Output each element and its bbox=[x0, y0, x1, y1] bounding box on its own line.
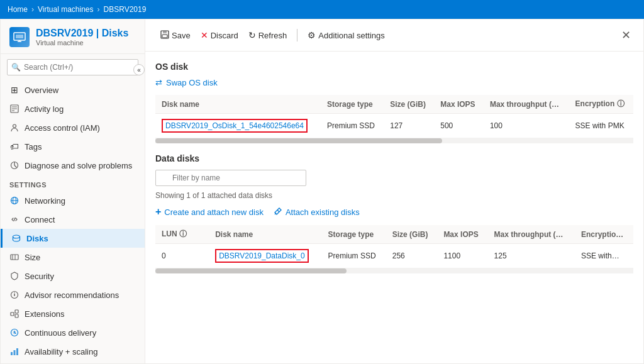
sidebar-item-connect[interactable]: Connect bbox=[1, 210, 145, 229]
sidebar-item-networking[interactable]: Networking bbox=[1, 191, 145, 210]
data-col-max-iops: Max IOPS bbox=[437, 225, 487, 244]
discard-button[interactable]: ✕ Discard bbox=[196, 28, 243, 43]
refresh-label: Refresh bbox=[258, 31, 287, 40]
sidebar-item-extensions[interactable]: Extensions bbox=[1, 304, 145, 323]
svg-rect-31 bbox=[162, 35, 167, 38]
sidebar-item-networking-label: Networking bbox=[25, 196, 65, 206]
svg-rect-21 bbox=[15, 310, 18, 313]
discard-label: Discard bbox=[211, 31, 238, 40]
connect-icon bbox=[9, 214, 19, 224]
data-disk-name-link[interactable]: DBSRV2019_DataDisk_0 bbox=[215, 249, 309, 263]
data-size-cell: 256 bbox=[386, 244, 438, 268]
sidebar-item-configuration[interactable]: Configuration bbox=[1, 361, 145, 363]
svg-rect-1 bbox=[16, 35, 23, 38]
os-col-storage-type: Storage type bbox=[321, 95, 384, 114]
save-button[interactable]: Save bbox=[155, 28, 196, 43]
data-disk-scrollbar-thumb bbox=[155, 268, 347, 273]
svg-point-13 bbox=[13, 235, 20, 238]
sidebar-item-connect-label: Connect bbox=[25, 215, 55, 224]
availability-icon bbox=[9, 346, 19, 356]
svg-rect-22 bbox=[15, 314, 18, 317]
sidebar-item-security[interactable]: Security bbox=[1, 267, 145, 285]
data-disk-table: LUN ⓘ Disk name Storage type Size (GiB) … bbox=[155, 225, 633, 268]
os-disk-name-link[interactable]: DBSRV2019_OsDisk_1_54e4602546e64 bbox=[162, 119, 308, 133]
attach-icon bbox=[274, 207, 282, 218]
create-attach-label: Create and attach new disk bbox=[164, 207, 264, 217]
os-col-encryption: Encryption ⓘ bbox=[569, 95, 633, 114]
os-col-size: Size (GiB) bbox=[384, 95, 434, 114]
os-disk-table-wrapper: Disk name Storage type Size (GiB) Max IO… bbox=[155, 95, 633, 143]
toolbar-separator bbox=[297, 29, 297, 41]
data-col-lun: LUN ⓘ bbox=[155, 225, 209, 244]
refresh-button[interactable]: ↻ Refresh bbox=[243, 28, 292, 43]
settings-section-label: Settings bbox=[1, 175, 145, 191]
swap-os-disk-button[interactable]: ⇄ Swap OS disk bbox=[155, 78, 218, 87]
vm-subtitle: Virtual machine bbox=[36, 39, 128, 47]
breadcrumb-vms[interactable]: Virtual machines bbox=[38, 5, 94, 14]
action-bar: + Create and attach new disk Attach exis… bbox=[155, 206, 633, 218]
main-container: DBSRV2019 | Disks Virtual machine 🔍 « ⊞ … bbox=[0, 19, 644, 364]
main-content: Save ✕ Discard ↻ Refresh ⚙ Additional se… bbox=[145, 19, 643, 363]
sidebar-item-overview-label: Overview bbox=[25, 85, 58, 95]
close-button[interactable]: ✕ bbox=[619, 26, 633, 45]
os-disk-name-cell: DBSRV2019_OsDisk_1_54e4602546e64 bbox=[155, 114, 321, 138]
os-col-max-iops: Max IOPS bbox=[434, 95, 484, 114]
sidebar-item-availability[interactable]: Availability + scaling bbox=[1, 342, 145, 361]
access-control-icon bbox=[9, 123, 19, 133]
sidebar-item-continuous-delivery-label: Continuous delivery bbox=[25, 328, 96, 338]
os-col-max-throughput: Max throughput (… bbox=[484, 95, 569, 114]
sidebar-item-continuous-delivery[interactable]: Continuous delivery bbox=[1, 323, 145, 342]
data-col-disk-name: Disk name bbox=[209, 225, 321, 244]
swap-icon: ⇄ bbox=[155, 78, 162, 87]
os-size-cell: 127 bbox=[384, 114, 434, 138]
sidebar-item-activity-log[interactable]: Activity log bbox=[1, 99, 145, 118]
refresh-icon: ↻ bbox=[248, 30, 256, 40]
sidebar-item-size[interactable]: Size bbox=[1, 248, 145, 267]
content-toolbar: Save ✕ Discard ↻ Refresh ⚙ Additional se… bbox=[145, 19, 643, 52]
data-col-size: Size (GiB) bbox=[386, 225, 438, 244]
create-attach-disk-button[interactable]: + Create and attach new disk bbox=[155, 206, 264, 218]
sidebar-search-wrapper: 🔍 « bbox=[7, 59, 138, 75]
os-max-iops-cell: 500 bbox=[434, 114, 484, 138]
additional-settings-icon: ⚙ bbox=[308, 30, 316, 40]
svg-line-32 bbox=[275, 213, 276, 214]
additional-settings-label: Additional settings bbox=[318, 31, 385, 40]
os-disk-scrollbar-thumb bbox=[155, 138, 442, 143]
data-max-throughput-cell: 125 bbox=[488, 244, 575, 268]
filter-by-name-input[interactable] bbox=[155, 170, 306, 186]
os-disk-scrollbar[interactable] bbox=[155, 138, 633, 143]
sidebar-search-input[interactable] bbox=[7, 59, 138, 75]
svg-point-19 bbox=[14, 292, 14, 293]
vm-info: DBSRV2019 | Disks Virtual machine bbox=[36, 28, 128, 47]
disks-icon bbox=[11, 233, 21, 243]
breadcrumb-home[interactable]: Home bbox=[8, 5, 28, 14]
networking-icon bbox=[9, 196, 19, 206]
sidebar-item-diagnose[interactable]: Diagnose and solve problems bbox=[1, 156, 145, 175]
svg-rect-26 bbox=[16, 348, 18, 355]
os-max-throughput-cell: 100 bbox=[484, 114, 569, 138]
sidebar-collapse-button[interactable]: « bbox=[133, 64, 145, 75]
data-col-encryption: Encryptio… bbox=[575, 225, 633, 244]
content-body: OS disk ⇄ Swap OS disk Disk name Storage… bbox=[145, 52, 643, 363]
sidebar-item-access-control[interactable]: Access control (IAM) bbox=[1, 118, 145, 137]
sidebar-item-tags-label: Tags bbox=[25, 142, 42, 152]
filter-wrapper: 🔍 bbox=[155, 170, 306, 186]
sidebar-item-extensions-label: Extensions bbox=[25, 309, 65, 319]
sidebar-item-overview[interactable]: ⊞ Overview bbox=[1, 80, 145, 99]
additional-settings-button[interactable]: ⚙ Additional settings bbox=[303, 28, 390, 43]
data-encryption-cell: SSE with… bbox=[575, 244, 633, 268]
sidebar-item-access-control-label: Access control (IAM) bbox=[25, 123, 100, 133]
sidebar-search-icon: 🔍 bbox=[11, 63, 21, 72]
sidebar-item-tags[interactable]: 🏷 Tags bbox=[1, 137, 145, 156]
sidebar-item-disks[interactable]: Disks bbox=[1, 229, 145, 248]
showing-text: Showing 1 of 1 attached data disks bbox=[155, 191, 633, 200]
attach-existing-button[interactable]: Attach existing disks bbox=[274, 207, 360, 218]
data-disk-scrollbar[interactable] bbox=[155, 268, 633, 273]
svg-rect-25 bbox=[14, 350, 16, 355]
sidebar-nav: ⊞ Overview Activity log Access control (… bbox=[1, 80, 145, 363]
sidebar-item-advisor[interactable]: Advisor recommendations bbox=[1, 285, 145, 304]
overview-icon: ⊞ bbox=[9, 85, 19, 95]
sidebar-item-security-label: Security bbox=[25, 272, 54, 281]
save-icon bbox=[160, 30, 169, 41]
svg-rect-30 bbox=[163, 31, 167, 33]
